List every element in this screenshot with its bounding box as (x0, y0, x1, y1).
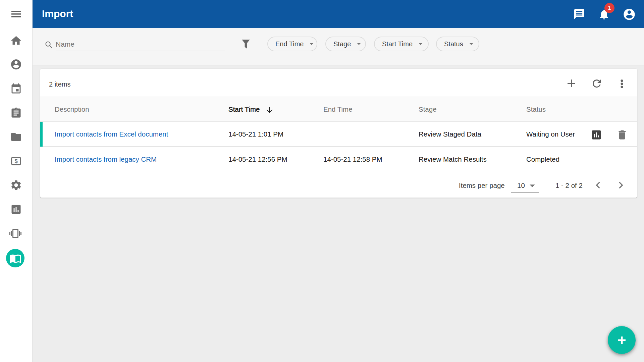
svg-text:$: $ (14, 158, 17, 164)
